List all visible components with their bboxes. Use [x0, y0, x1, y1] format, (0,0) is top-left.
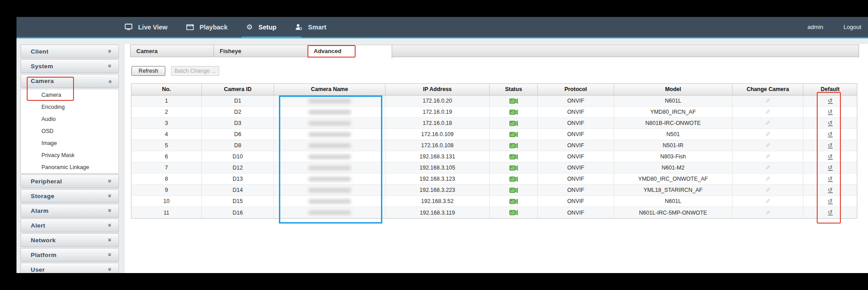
col-header-protocol: Protocol: [538, 84, 614, 95]
cell-camera-name: [274, 129, 385, 140]
restore-default-icon[interactable]: ↺: [828, 143, 833, 149]
section-label: Alarm: [31, 207, 49, 214]
cell-no: 5: [131, 140, 202, 151]
sidebar-section-client[interactable]: Client »: [20, 45, 119, 58]
sidebar-subitem[interactable]: ▶ Panoramic Linkage: [21, 162, 119, 174]
tab-strip: Camera Fisheye Advanced: [130, 45, 392, 58]
table-row[interactable]: 3 D3 172.16.0.18 ONVIF N801B-IRC: [131, 118, 857, 129]
restore-default-icon[interactable]: ↺: [828, 120, 833, 126]
restore-default-icon[interactable]: ↺: [828, 132, 833, 137]
restore-default-icon[interactable]: ↺: [828, 210, 833, 215]
table-row[interactable]: 2 D2 172.16.0.19 ONVIF YMD80_IRC: [131, 107, 857, 118]
cell-change-camera: ✎: [733, 174, 803, 184]
table-row[interactable]: 1 D1 172.16.0.20 ONVIF N601L: [131, 95, 857, 107]
cell-status: [490, 185, 538, 195]
sidebar-subitem[interactable]: ▶ Encoding: [21, 101, 119, 113]
pencil-icon[interactable]: ✎: [765, 174, 770, 184]
section-label: User: [31, 266, 45, 273]
gear-icon: ⚙: [246, 24, 253, 31]
nav-label: Smart: [308, 24, 326, 31]
camera-table: No. Camera ID Camera Name IP Address Sta…: [131, 83, 857, 219]
logout-link[interactable]: Logout: [843, 17, 861, 37]
sidebar-section-network[interactable]: Network »: [20, 233, 119, 247]
restore-default-icon[interactable]: ↺: [828, 154, 833, 160]
cell-protocol: ONVIF: [538, 118, 614, 128]
sidebar-subitem[interactable]: ▶ Image: [21, 137, 119, 149]
pencil-icon[interactable]: ✎: [765, 107, 770, 117]
sidebar-section-platform[interactable]: Platform »: [20, 248, 119, 262]
restore-default-icon[interactable]: ↺: [828, 165, 833, 171]
section-label: Peripheral: [31, 178, 62, 185]
pencil-icon[interactable]: ✎: [765, 185, 770, 195]
sidebar-subitem[interactable]: ▶ Privacy Mask: [21, 149, 119, 162]
sidebar-section-system[interactable]: System »: [20, 59, 119, 73]
camera-online-icon: [509, 120, 518, 127]
table-row[interactable]: 7 D12 192.168.3.105 ONVIF N601-M: [131, 162, 857, 174]
restore-arrow-glyph: ↺: [828, 143, 833, 148]
restore-default-icon[interactable]: ↺: [828, 98, 833, 104]
table-row[interactable]: 4 D6 172.16.0.109 ONVIF N501: [131, 129, 857, 140]
nav-item-playback[interactable]: Playback: [186, 24, 228, 31]
cell-change-camera: ✎: [733, 151, 803, 162]
cell-change-camera: ✎: [733, 129, 803, 140]
restore-base-bar: [828, 137, 833, 137]
sidebar-section-alarm[interactable]: Alarm »: [20, 204, 119, 218]
cell-camera-name: [274, 95, 385, 106]
cell-protocol: ONVIF: [538, 196, 614, 207]
sidebar-section-storage[interactable]: Storage »: [20, 189, 119, 203]
tab-fisheye[interactable]: Fisheye: [213, 45, 308, 57]
table-row[interactable]: 11 D16 192.168.3.119 ONVIF N601L: [131, 207, 857, 218]
nav-item-live-view[interactable]: Live View: [125, 24, 168, 31]
chevron-down-icon: »: [103, 267, 116, 271]
pencil-icon[interactable]: ✎: [765, 129, 770, 140]
tab-camera[interactable]: Camera: [130, 45, 214, 57]
pencil-icon[interactable]: ✎: [765, 95, 770, 106]
cell-protocol: ONVIF: [538, 129, 614, 140]
pencil-icon[interactable]: ✎: [765, 140, 770, 151]
cell-change-camera: ✎: [733, 95, 803, 106]
cell-no: 9: [131, 185, 202, 195]
sidebar-section-user[interactable]: User »: [20, 263, 119, 273]
redacted-camera-name: [308, 110, 351, 115]
cell-model: N601L: [614, 95, 733, 106]
sidebar-subitem[interactable]: ▶ Audio: [21, 113, 119, 125]
restore-default-icon[interactable]: ↺: [828, 176, 833, 182]
sidebar-subitem[interactable]: ▶ Camera: [21, 89, 119, 101]
pencil-icon[interactable]: ✎: [765, 196, 770, 207]
restore-arrow-glyph: ↺: [828, 165, 833, 170]
nav-label: Setup: [258, 24, 276, 31]
tab-advanced[interactable]: Advanced: [307, 45, 392, 58]
restore-base-bar: [828, 159, 833, 160]
restore-default-icon[interactable]: ↺: [828, 187, 833, 193]
table-row[interactable]: 6 D10 192.168.3.131 ONVIF N803-F: [131, 151, 857, 162]
camera-online-icon: [509, 198, 518, 205]
sidebar-section-peripheral[interactable]: Peripheral »: [20, 174, 119, 188]
col-header-ip-address: IP Address: [385, 84, 490, 95]
cell-camera-name: [274, 151, 385, 162]
pencil-icon[interactable]: ✎: [765, 118, 770, 128]
cell-no: 3: [131, 118, 202, 128]
col-header-status: Status: [490, 84, 538, 95]
camera-online-icon: [509, 153, 518, 160]
redacted-camera-name: [308, 154, 351, 159]
restore-default-icon[interactable]: ↺: [828, 199, 833, 204]
table-row[interactable]: 8 D13 192.168.3.123 ONVIF YMD80_: [131, 174, 857, 185]
pencil-icon[interactable]: ✎: [765, 151, 770, 162]
camera-online-icon: [509, 131, 518, 138]
table-row[interactable]: 5 D8 172.16.0.108 ONVIF N501-IR: [131, 140, 857, 151]
pencil-icon[interactable]: ✎: [765, 162, 770, 173]
refresh-button[interactable]: Refresh: [131, 66, 165, 76]
nav-item-setup[interactable]: ⚙ Setup: [246, 24, 277, 31]
nav-item-smart[interactable]: Smart: [295, 24, 326, 31]
batch-change-button[interactable]: Batch Change ...: [171, 66, 219, 76]
subitem-label: OSD: [41, 128, 53, 134]
sidebar-subitem[interactable]: ▶ OSD: [21, 125, 119, 137]
cell-camera-id: D6: [202, 129, 274, 140]
pencil-icon[interactable]: ✎: [765, 207, 770, 218]
table-row[interactable]: 10 D15 192.168.3.52 ONVIF N601L: [131, 196, 857, 207]
sidebar-section-camera[interactable]: Camera »: [20, 74, 119, 88]
table-row[interactable]: 9 D14 192.168.3.223 ONVIF YML18_: [131, 185, 857, 196]
restore-default-icon[interactable]: ↺: [828, 109, 833, 115]
sidebar-section-alert[interactable]: Alert »: [20, 219, 119, 232]
cell-ip-address: 192.168.3.131: [385, 151, 490, 162]
